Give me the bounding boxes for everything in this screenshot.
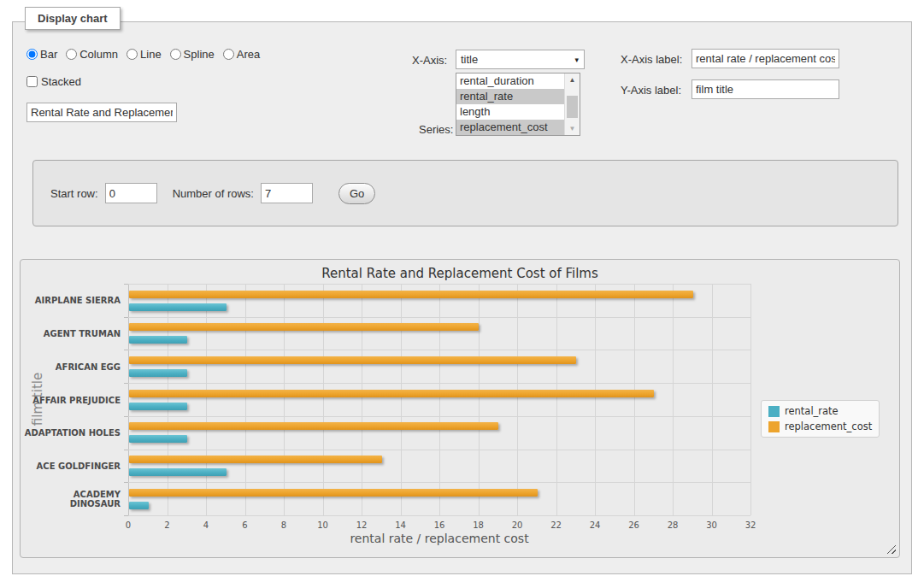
bar-rental_rate-2[interactable] <box>129 369 187 377</box>
y-axis-label-input[interactable] <box>692 79 839 99</box>
stacked-checkbox-row: Stacked <box>26 75 81 88</box>
stacked-label: Stacked <box>41 75 81 88</box>
scrollbar-thumb[interactable] <box>567 96 578 118</box>
y-tickmark <box>124 416 128 417</box>
y-category-label: ACE GOLDFINGER <box>21 461 121 470</box>
x-tick-label: 14 <box>395 520 406 530</box>
chart-type-option-column[interactable]: Column <box>66 48 118 61</box>
chart-type-radio-spline[interactable] <box>170 49 181 60</box>
bar-rental_rate-4[interactable] <box>129 435 187 443</box>
gridline <box>128 317 750 318</box>
number-of-rows-input[interactable] <box>261 183 313 203</box>
x-axis-select-label: X-Axis: <box>412 54 447 67</box>
x-axis-select[interactable]: title ▾ <box>456 50 585 69</box>
bar-replacement_cost-6[interactable] <box>129 489 538 497</box>
x-tick-label: 0 <box>126 520 131 530</box>
y-tickmark <box>124 450 128 450</box>
y-tickmark <box>124 515 128 516</box>
chart-type-option-bar[interactable]: Bar <box>26 48 57 61</box>
bar-rental_rate-5[interactable] <box>129 468 227 476</box>
go-button[interactable]: Go <box>338 183 375 204</box>
gridline <box>128 515 750 516</box>
y-category-label: AFFAIR PREJUDICE <box>21 395 121 404</box>
series-option-replacement_cost[interactable]: replacement_cost <box>456 120 564 135</box>
chart-type-option-area[interactable]: Area <box>223 48 260 61</box>
gridline <box>401 284 402 515</box>
gridline <box>245 284 246 515</box>
chart-resize-handle[interactable] <box>886 544 896 554</box>
x-tick-label: 4 <box>203 520 209 530</box>
y-tickmark <box>124 350 128 350</box>
fieldset-legend: Display chart <box>25 7 121 30</box>
x-axis-title: rental rate / replacement cost <box>350 532 528 545</box>
bar-replacement_cost-3[interactable] <box>129 390 654 397</box>
gridline <box>128 284 129 515</box>
x-axis-label-label: X-Axis label: <box>621 53 682 66</box>
gridline <box>595 284 596 515</box>
start-row-input[interactable] <box>105 183 157 203</box>
bar-rental_rate-1[interactable] <box>129 336 187 344</box>
legend-label: replacement_cost <box>785 420 872 432</box>
scrollbar-up-button[interactable]: ▲ <box>565 73 580 86</box>
chart-type-label: Line <box>140 48 162 61</box>
chart-type-radio-bar[interactable] <box>26 49 38 60</box>
chart-type-radio-line[interactable] <box>127 49 138 60</box>
gridline <box>206 284 207 515</box>
x-tick-label: 10 <box>317 520 328 530</box>
bar-rental_rate-6[interactable] <box>129 502 149 509</box>
y-category-label: ACADEMY DINOSAUR <box>21 490 121 509</box>
bar-rental_rate-0[interactable] <box>129 303 227 311</box>
gridline <box>323 284 324 515</box>
x-tick-label: 12 <box>356 520 368 530</box>
chart-type-option-spline[interactable]: Spline <box>170 48 215 61</box>
gridline <box>128 450 750 450</box>
gridline <box>634 284 635 515</box>
gridline <box>128 383 750 384</box>
series-option-rental_duration[interactable]: rental_duration <box>456 73 564 89</box>
chart-type-radio-group: BarColumnLineSplineArea <box>26 48 265 61</box>
gridline <box>128 482 750 483</box>
y-tickmark <box>124 284 128 285</box>
gridline <box>284 284 285 515</box>
chart-title-input[interactable] <box>26 103 177 122</box>
legend-item-replacement_cost[interactable]: replacement_cost <box>768 420 872 432</box>
chart-legend: rental_ratereplacement_cost <box>761 400 880 438</box>
display-chart-fieldset: Display chart BarColumnLineSplineArea St… <box>12 21 912 574</box>
chart-type-label: Spline <box>184 48 215 61</box>
x-tick-label: 30 <box>706 520 717 530</box>
scrollbar-down-button[interactable]: ▼ <box>565 122 580 135</box>
y-category-label: AGENT TRUMAN <box>21 329 121 338</box>
series-option-length[interactable]: length <box>456 104 564 120</box>
x-tick-label: 26 <box>628 520 639 530</box>
gridline <box>712 284 713 515</box>
bar-replacement_cost-5[interactable] <box>129 456 382 463</box>
bar-rental_rate-3[interactable] <box>129 403 187 410</box>
legend-item-rental_rate[interactable]: rental_rate <box>768 405 872 417</box>
chart-type-label: Column <box>79 48 118 61</box>
gridline <box>128 350 750 350</box>
y-axis-label-label: Y-Axis label: <box>621 84 681 97</box>
bar-replacement_cost-2[interactable] <box>129 356 576 364</box>
number-of-rows-label: Number of rows: <box>173 187 254 200</box>
bar-replacement_cost-1[interactable] <box>129 323 479 331</box>
chart-type-option-line[interactable]: Line <box>127 48 162 61</box>
bar-replacement_cost-0[interactable] <box>129 291 693 298</box>
x-tick-label: 24 <box>590 520 601 530</box>
series-option-rental_rate[interactable]: rental_rate <box>456 89 564 104</box>
gridline <box>168 284 168 515</box>
y-category-label: AFRICAN EGG <box>21 362 121 371</box>
chart-type-radio-column[interactable] <box>66 49 77 60</box>
stacked-checkbox[interactable] <box>26 76 38 87</box>
bar-replacement_cost-4[interactable] <box>129 422 498 430</box>
x-axis-label-input[interactable] <box>692 49 839 68</box>
chart-type-radio-area[interactable] <box>223 49 234 60</box>
gridline <box>362 284 362 515</box>
x-tick-label: 6 <box>242 520 247 530</box>
start-row-label: Start row: <box>50 187 98 200</box>
plot-area <box>128 284 750 515</box>
page: Display chart BarColumnLineSplineArea St… <box>0 0 924 582</box>
series-listbox-scrollbar[interactable]: ▲ ▼ <box>564 73 580 135</box>
series-listbox[interactable]: rental_durationrental_ratelengthreplacem… <box>456 73 580 136</box>
x-tick-label: 20 <box>512 520 523 530</box>
series-list-label: Series: <box>419 123 453 136</box>
